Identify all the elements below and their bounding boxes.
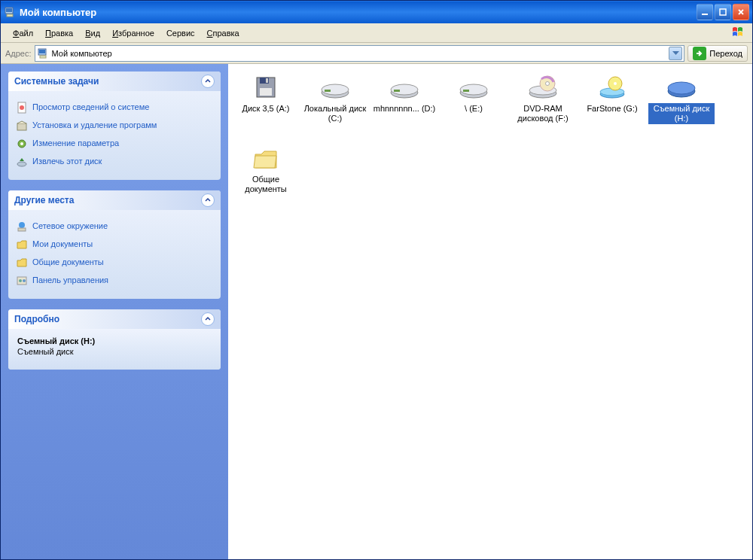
svg-point-9	[20, 105, 24, 110]
menu-favorites[interactable]: Избранное	[106, 26, 160, 40]
panel-header[interactable]: Другие места	[8, 190, 221, 210]
folder-icon	[16, 257, 28, 269]
close-button[interactable]	[733, 4, 749, 20]
network-icon	[16, 221, 28, 233]
task-control-panel[interactable]: Панель управления	[16, 272, 213, 290]
svg-rect-15	[18, 228, 26, 231]
svg-rect-7	[40, 56, 46, 58]
address-label: Адрес:	[5, 49, 32, 58]
sidebar: Системные задачи Просмотр сведений о сис…	[1, 64, 228, 559]
dvd-icon	[525, 73, 561, 103]
address-value: Мой компьютер	[49, 49, 669, 58]
floppy-icon	[248, 73, 284, 103]
svg-rect-2	[7, 14, 13, 17]
svg-rect-10	[17, 123, 26, 130]
drive-item[interactable]: FarStone (G:)	[578, 73, 647, 141]
drive-label: mhnnnnnn... (D:)	[372, 103, 437, 114]
svg-point-39	[614, 82, 617, 85]
address-combo[interactable]: Мой компьютер	[35, 45, 685, 62]
page-icon	[16, 102, 28, 114]
task-eject-disk[interactable]: Извлечь этот диск	[16, 153, 213, 171]
control-panel-icon	[16, 275, 28, 287]
titlebar[interactable]: Мой компьютер	[1, 1, 752, 23]
windows-logo-icon	[731, 25, 749, 40]
folder-icon	[248, 144, 284, 174]
panel-title: Системные задачи	[14, 76, 99, 87]
drive-item[interactable]: Съемный диск (H:)	[647, 73, 716, 141]
svg-point-13	[17, 162, 26, 166]
menu-tools[interactable]: Сервис	[160, 26, 201, 40]
maximize-button[interactable]	[715, 4, 731, 20]
drive-label: Локальный диск (C:)	[302, 103, 368, 124]
menu-edit[interactable]: Правка	[39, 26, 79, 40]
drive-label: \ (E:)	[463, 103, 484, 114]
panel-details: Подробно Съемный диск (H:) Съемный диск	[8, 309, 221, 370]
panel-header[interactable]: Системные задачи	[8, 72, 221, 91]
go-button[interactable]: Переход	[687, 45, 748, 62]
svg-rect-28	[394, 90, 400, 92]
svg-point-18	[23, 279, 26, 282]
my-computer-icon	[4, 6, 16, 18]
menu-file[interactable]: Файл	[7, 26, 39, 40]
minimize-button[interactable]	[697, 4, 713, 20]
menu-help[interactable]: Справка	[201, 26, 245, 40]
chevron-up-icon[interactable]	[201, 193, 215, 207]
svg-rect-1	[6, 8, 12, 12]
panel-system-tasks: Системные задачи Просмотр сведений о сис…	[8, 72, 221, 180]
hdd-icon	[317, 73, 353, 103]
address-bar: Адрес: Мой компьютер Переход	[1, 43, 752, 64]
chevron-up-icon[interactable]	[201, 312, 215, 326]
task-shared-documents[interactable]: Общие документы	[16, 254, 213, 272]
svg-point-14	[19, 222, 25, 228]
go-label: Переход	[709, 49, 742, 58]
drive-item[interactable]: DVD-RAM дисковод (F:)	[508, 73, 578, 141]
task-change-setting[interactable]: Изменение параметра	[16, 135, 213, 153]
svg-point-17	[19, 279, 22, 282]
details-title: Съемный диск (H:)	[17, 336, 212, 345]
svg-rect-4	[720, 9, 726, 15]
main-area: Системные задачи Просмотр сведений о сис…	[1, 64, 752, 559]
svg-rect-3	[702, 14, 708, 15]
drive-label: Диск 3,5 (A:)	[240, 103, 291, 114]
chevron-up-icon[interactable]	[201, 75, 215, 88]
menubar: Файл Правка Вид Избранное Сервис Справка	[1, 23, 752, 43]
panel-other-places: Другие места Сетевое окружение Мои докум…	[8, 190, 221, 299]
explorer-window: Мой компьютер Файл Правка Вид Избранное …	[0, 0, 753, 560]
svg-rect-6	[39, 50, 45, 53]
settings-icon	[16, 138, 28, 150]
removable-icon	[663, 73, 700, 103]
content-pane[interactable]: Диск 3,5 (A:)Локальный диск (C:)mhnnnnnn…	[228, 64, 752, 559]
task-network-places[interactable]: Сетевое окружение	[16, 218, 213, 236]
task-my-documents[interactable]: Мои документы	[16, 236, 213, 254]
task-view-system-info[interactable]: Просмотр сведений о системе	[16, 99, 213, 117]
svg-rect-31	[463, 90, 469, 92]
svg-rect-22	[266, 78, 268, 83]
box-icon	[16, 120, 28, 132]
cd-icon	[594, 73, 630, 103]
drive-item[interactable]: Локальный диск (C:)	[300, 73, 370, 141]
svg-rect-21	[260, 88, 272, 96]
drive-label: DVD-RAM дисковод (F:)	[510, 103, 576, 124]
dropdown-arrow-icon[interactable]	[669, 47, 682, 60]
details-subtitle: Съемный диск	[17, 347, 212, 356]
drive-label: Съемный диск (H:)	[648, 103, 715, 124]
drive-item[interactable]: mhnnnnnn... (D:)	[370, 73, 439, 141]
window-title: Мой компьютер	[20, 7, 96, 18]
drive-item[interactable]: Диск 3,5 (A:)	[231, 73, 300, 141]
folder-icon	[16, 239, 28, 251]
drive-label: FarStone (G:)	[585, 103, 639, 114]
drive-item[interactable]: \ (E:)	[439, 73, 508, 141]
menu-view[interactable]: Вид	[79, 26, 106, 40]
svg-rect-25	[325, 90, 331, 92]
svg-point-12	[20, 142, 23, 145]
go-arrow-icon	[693, 47, 706, 60]
task-add-remove-programs[interactable]: Установка и удаление программ	[16, 117, 213, 135]
hdd-icon	[386, 73, 422, 103]
my-computer-icon	[37, 47, 49, 59]
svg-point-35	[546, 82, 550, 86]
panel-title: Подробно	[14, 314, 59, 324]
drive-item[interactable]: Общие документы	[231, 144, 300, 212]
eject-icon	[16, 156, 28, 168]
hdd-icon	[456, 73, 492, 103]
panel-header[interactable]: Подробно	[8, 309, 221, 329]
